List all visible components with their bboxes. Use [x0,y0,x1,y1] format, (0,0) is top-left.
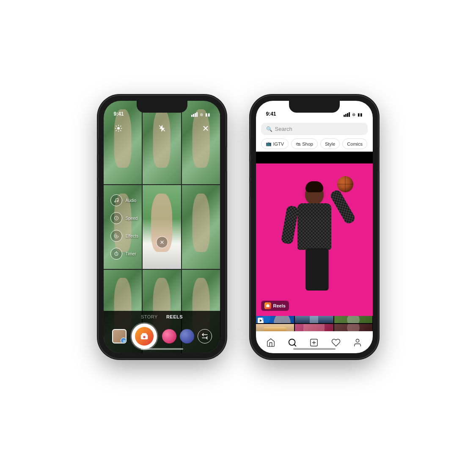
status-time: 9:41 [114,111,124,117]
filter-options [162,329,212,343]
phone-camera-screen: 9:41 ⊛ ▮▮ [104,101,220,353]
pill-shop[interactable]: 🛍 Shop [291,138,318,149]
search-placeholder: Search [275,126,292,132]
signal-bar-2 [193,114,194,117]
arm-left [281,205,299,244]
gallery-thumbnail[interactable]: + [112,329,127,343]
grid-item-6[interactable] [334,324,373,331]
thumb-3-shape [347,316,360,323]
search-icon: 🔍 [266,126,272,132]
reels-badge-icon [264,302,271,309]
thumb-2-shape [310,316,318,323]
search-bar[interactable]: 🔍 Search [261,123,368,135]
close-camera-button[interactable] [199,122,212,135]
svg-line-8 [116,217,117,218]
timer-icon [110,248,122,260]
thumb-2-bg [295,316,333,323]
svg-line-18 [294,344,296,346]
pill-comics[interactable]: Comics [342,138,367,149]
effects-tool[interactable]: Effects [110,230,138,242]
grid-item-1[interactable] [256,316,294,323]
svg-text:+: + [122,339,124,342]
signal-bar-3 [195,113,196,117]
camera-controls-row: + [104,324,220,349]
status-icons: ⊛ ▮▮ [191,112,210,117]
story-mode-tab[interactable]: STORY [141,314,158,319]
grid-item-3[interactable] [334,316,373,323]
reels-icon [135,327,154,346]
settings-button[interactable] [112,122,125,135]
home-icon [266,338,275,347]
thumb-6-bg [334,324,373,331]
flip-camera-button[interactable] [198,329,212,343]
heart-icon [331,338,341,347]
explore-content: 🔍 Search 📺 IGTV 🛍 Shop Style [256,101,373,353]
wifi-icon-explore: ⊛ [352,112,355,117]
explore-main-image: Reels [256,163,373,316]
signal-bar-4 [196,112,198,117]
status-icons-explore: ⊛ ▮▮ [344,112,363,117]
dismiss-button[interactable] [156,236,168,248]
reels-badge: Reels [261,301,289,311]
grid-item-5[interactable] [295,324,333,331]
flash-off-button[interactable] [156,122,168,135]
flip-camera-icon [198,329,212,343]
thumb-6-shape [347,324,360,331]
thumb-4-bg [256,324,294,331]
thumb-3-bg [334,316,373,323]
signal-bar-e4 [349,112,350,117]
profile-icon [353,338,362,347]
svg-point-4 [114,201,116,202]
filter-pink[interactable] [162,329,176,343]
mode-tabs: STORY REELS [141,314,183,319]
effects-icon [110,230,122,242]
filter-blue[interactable] [180,329,194,343]
battery-icon-explore: ▮▮ [358,112,363,117]
signal-bar-1 [191,115,193,117]
shop-icon: 🛍 [296,141,300,147]
phone-explore-screen: 9:41 ⊛ ▮▮ 🔍 [256,101,373,353]
grid-item-4[interactable] [256,324,294,331]
jacket-pattern [297,203,331,250]
status-time-explore: 9:41 [266,111,276,117]
notch-explore [289,101,340,113]
pill-style[interactable]: Style [320,138,340,149]
person-figure [256,163,373,316]
explore-grid [256,316,373,331]
pill-igtv[interactable]: 📺 IGTV [261,138,289,149]
signal-bar-e1 [344,115,345,117]
timer-tool[interactable]: Timer [110,248,138,260]
leg-right [315,248,328,291]
camera-tools: Audio Speed [110,194,138,260]
camera-top-icons [104,122,220,135]
signal-bars-explore [344,112,350,117]
pill-shop-label: Shop [302,141,313,147]
svg-point-5 [117,201,118,202]
audio-tool[interactable]: Audio [110,194,138,206]
dismiss-icon [156,236,168,248]
svg-point-9 [116,235,117,237]
signal-bar-e3 [347,113,348,117]
signal-bar-e2 [345,114,347,117]
basketball [337,176,353,192]
nav-home[interactable] [262,334,279,351]
speed-label: Speed [126,216,138,221]
person-thumb-1 [256,316,294,323]
speed-tool[interactable]: Speed [110,212,138,224]
igtv-icon: 📺 [266,141,272,147]
hair [305,181,323,192]
notification-badge: + [121,338,127,343]
thumb-figure-1 [274,316,291,323]
player-body [281,180,348,316]
camera-overlay: Audio Speed [104,101,220,353]
home-indicator [141,348,183,350]
nav-profile[interactable] [349,334,366,351]
shutter-button[interactable] [132,324,157,349]
reels-mode-tab[interactable]: REELS [166,314,183,319]
battery-icon: ▮▮ [205,112,210,117]
add-icon [309,338,319,347]
wifi-icon: ⊛ [200,112,203,117]
basketball-line-v [345,176,345,192]
thumb-4-shape [264,327,286,331]
grid-item-2[interactable] [295,316,333,323]
